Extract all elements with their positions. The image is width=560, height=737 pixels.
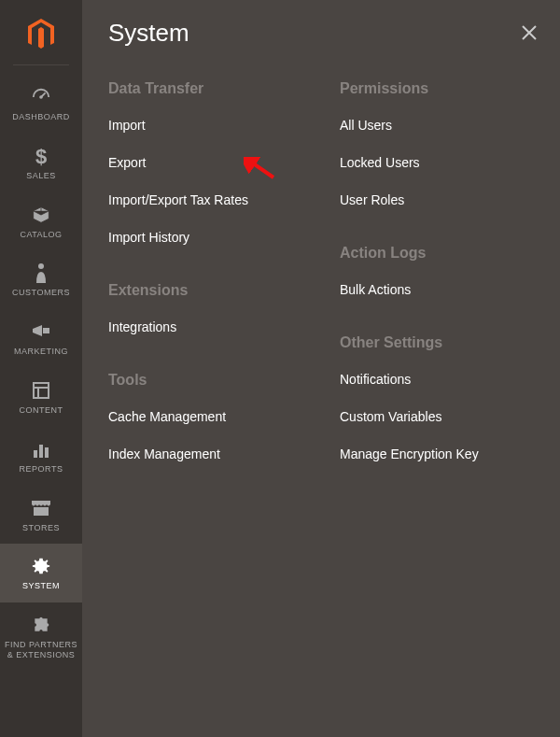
dashboard-icon: [31, 86, 51, 108]
svg-rect-3: [34, 383, 49, 398]
nav-reports[interactable]: REPORTS: [0, 427, 82, 486]
nav-label: STORES: [19, 523, 63, 533]
link-import-export-tax-rates[interactable]: Import/Export Tax Rates: [108, 192, 302, 207]
link-user-roles[interactable]: User Roles: [340, 192, 534, 207]
system-submenu-panel: System Data Transfer Import Export Impor…: [82, 0, 560, 737]
link-custom-variables[interactable]: Custom Variables: [340, 409, 534, 424]
svg-rect-7: [39, 445, 43, 458]
close-button[interactable]: [521, 24, 538, 46]
submenu-columns: Data Transfer Import Export Import/Expor…: [108, 80, 534, 499]
link-manage-encryption-key[interactable]: Manage Encryption Key: [340, 446, 534, 461]
nav-stores[interactable]: STORES: [0, 486, 82, 545]
section-extensions: Extensions Integrations: [108, 282, 302, 334]
nav-label: DASHBOARD: [8, 112, 74, 122]
nav-dashboard[interactable]: DASHBOARD: [0, 75, 82, 134]
section-heading: Data Transfer: [108, 80, 302, 97]
link-export[interactable]: Export: [108, 155, 302, 170]
link-import[interactable]: Import: [108, 118, 302, 133]
link-index-management[interactable]: Index Management: [108, 446, 302, 461]
svg-point-2: [38, 263, 44, 269]
nav-sales[interactable]: $ SALES: [0, 134, 82, 192]
nav-customers[interactable]: CUSTOMERS: [0, 250, 82, 309]
link-integrations[interactable]: Integrations: [108, 319, 302, 334]
section-other-settings: Other Settings Notifications Custom Vari…: [340, 334, 534, 461]
svg-text:$: $: [35, 145, 47, 167]
svg-rect-6: [34, 450, 37, 458]
section-heading: Extensions: [108, 282, 302, 299]
megaphone-icon: [31, 320, 51, 343]
link-locked-users[interactable]: Locked Users: [340, 155, 534, 170]
section-tools: Tools Cache Management Index Management: [108, 372, 302, 461]
nav-content[interactable]: CONTENT: [0, 368, 82, 427]
nav-label: CONTENT: [16, 405, 67, 416]
submenu-col-left: Data Transfer Import Export Import/Expor…: [108, 80, 302, 499]
link-cache-management[interactable]: Cache Management: [108, 409, 302, 424]
nav-marketing[interactable]: MARKETING: [0, 309, 82, 368]
admin-sidebar: DASHBOARD $ SALES CATALOG CUSTOMERS MARK…: [0, 0, 82, 737]
nav-label: CUSTOMERS: [8, 288, 74, 298]
panel-title: System: [108, 19, 534, 48]
section-permissions: Permissions All Users Locked Users User …: [340, 80, 534, 207]
link-bulk-actions[interactable]: Bulk Actions: [340, 282, 534, 297]
puzzle-icon: [32, 614, 50, 636]
nav-label: SYSTEM: [19, 581, 63, 591]
section-heading: Tools: [108, 372, 302, 389]
link-notifications[interactable]: Notifications: [340, 372, 534, 387]
box-icon: [32, 204, 50, 226]
nav-label: REPORTS: [16, 464, 67, 475]
storefront-icon: [31, 497, 51, 519]
nav-catalog[interactable]: CATALOG: [0, 192, 82, 251]
section-data-transfer: Data Transfer Import Export Import/Expor…: [108, 80, 302, 245]
submenu-col-right: Permissions All Users Locked Users User …: [340, 80, 534, 499]
section-action-logs: Action Logs Bulk Actions: [340, 245, 534, 297]
magento-logo[interactable]: [13, 9, 69, 65]
chart-bar-icon: [33, 438, 49, 461]
nav-label: SALES: [22, 171, 60, 181]
link-all-users[interactable]: All Users: [340, 118, 534, 133]
nav-label: FIND PARTNERS & EXTENSIONS: [0, 640, 82, 660]
close-icon: [521, 24, 538, 41]
layout-icon: [33, 379, 49, 402]
section-heading: Permissions: [340, 80, 534, 97]
section-heading: Action Logs: [340, 245, 534, 262]
nav-label: CATALOG: [16, 230, 65, 240]
gear-icon: [32, 555, 50, 577]
nav-find-partners[interactable]: FIND PARTNERS & EXTENSIONS: [0, 602, 82, 672]
svg-rect-8: [45, 447, 49, 458]
person-icon: [35, 262, 48, 284]
nav-label: MARKETING: [10, 347, 72, 357]
magento-logo-icon: [27, 19, 55, 50]
nav-system[interactable]: SYSTEM: [0, 544, 82, 602]
link-import-history[interactable]: Import History: [108, 230, 302, 245]
section-heading: Other Settings: [340, 334, 534, 351]
dollar-icon: $: [34, 145, 49, 167]
